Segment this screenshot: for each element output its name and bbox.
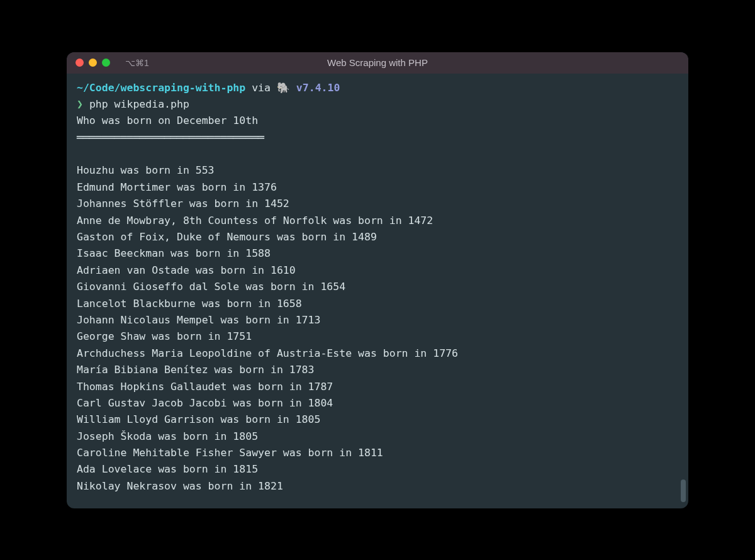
window-title: Web Scraping with PHP <box>327 57 428 68</box>
terminal-body[interactable]: ~/Code/webscraping-with-php via 🐘 v7.4.1… <box>67 74 688 508</box>
maximize-button[interactable] <box>102 59 110 67</box>
elephant-icon: 🐘 <box>277 80 290 96</box>
output-line: Johannes Stöffler was born in 1452 <box>77 196 678 212</box>
prompt-path: ~/Code/webscraping-with-php <box>77 82 245 94</box>
output-line: Anne de Mowbray, 8th Countess of Norfolk… <box>77 213 678 229</box>
output-lines: Houzhu was born in 553Edmund Mortimer wa… <box>77 162 678 495</box>
prompt-symbol: ❯ <box>77 98 83 110</box>
output-line: Caroline Mehitable Fisher Sawyer was bor… <box>77 445 678 461</box>
output-line: María Bibiana Benítez was born in 1783 <box>77 362 678 378</box>
command-text: php wikpedia.php <box>89 98 189 110</box>
output-line: Gaston of Foix, Duke of Nemours was born… <box>77 229 678 245</box>
output-line: Isaac Beeckman was born in 1588 <box>77 245 678 262</box>
prompt-line-1: ~/Code/webscraping-with-php via 🐘 v7.4.1… <box>77 80 678 96</box>
output-blank <box>77 146 678 162</box>
output-line: Houzhu was born in 553 <box>77 162 678 179</box>
scrollbar-thumb[interactable] <box>681 479 686 502</box>
output-line: George Shaw was born in 1751 <box>77 328 678 345</box>
output-line: Ada Lovelace was born in 1815 <box>77 461 678 478</box>
output-line: Joseph Škoda was born in 1805 <box>77 428 678 445</box>
output-line: Adriaen van Ostade was born in 1610 <box>77 262 678 279</box>
tab-shortcut-indicator: ⌥⌘1 <box>125 58 149 68</box>
output-line: Johann Nicolaus Mempel was born in 1713 <box>77 312 678 328</box>
output-divider: ══════════════════════════════ <box>77 130 678 146</box>
output-line: Giovanni Gioseffo dal Sole was born in 1… <box>77 279 678 295</box>
output-line: Archduchess Maria Leopoldine of Austria-… <box>77 345 678 362</box>
output-line: William Lloyd Garrison was born in 1805 <box>77 412 678 428</box>
minimize-button[interactable] <box>89 59 97 67</box>
output-line: Lancelot Blackburne was born in 1658 <box>77 296 678 312</box>
traffic-lights <box>76 59 110 67</box>
terminal-window: ⌥⌘1 Web Scraping with PHP ~/Code/webscra… <box>67 52 688 508</box>
prompt-via: via <box>245 82 277 94</box>
output-header: Who was born on December 10th <box>77 113 678 129</box>
close-button[interactable] <box>76 59 84 67</box>
output-line: Edmund Mortimer was born in 1376 <box>77 179 678 196</box>
titlebar[interactable]: ⌥⌘1 Web Scraping with PHP <box>67 52 688 74</box>
output-line: Carl Gustav Jacob Jacobi was born in 180… <box>77 395 678 412</box>
scrollbar-track <box>681 99 686 502</box>
output-line: Thomas Hopkins Gallaudet was born in 178… <box>77 379 678 395</box>
output-line: Nikolay Nekrasov was born in 1821 <box>77 478 678 495</box>
prompt-version: v7.4.10 <box>290 82 340 94</box>
prompt-line-2: ❯ php wikpedia.php <box>77 96 678 113</box>
